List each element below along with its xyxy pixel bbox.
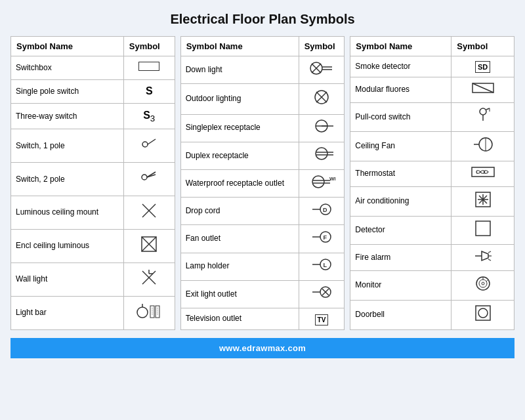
symbol-name: Exit light outlet <box>180 280 299 308</box>
svg-line-78 <box>488 251 491 253</box>
symbol-graphic <box>452 132 514 161</box>
svg-rect-70 <box>472 167 494 177</box>
table-row: Television outlet TV <box>180 308 345 329</box>
table-electrical-1: Symbol Name Symbol Switchbox Single pole… <box>10 36 175 330</box>
svg-point-37 <box>316 148 327 159</box>
svg-line-62 <box>472 83 494 93</box>
table-row: Fire alarm <box>350 244 514 271</box>
symbol-graphic: S <box>123 80 175 104</box>
col-header-name-1: Symbol Name <box>11 37 124 56</box>
symbol-name: Light bar <box>11 296 124 329</box>
table-row: Switchbox <box>11 56 175 80</box>
symbol-graphic: SD <box>452 56 514 77</box>
table-row: Smoke detector SD <box>350 56 514 77</box>
table-row: Encl ceiling luminous <box>11 230 175 263</box>
col-header-symbol-2: Symbol <box>299 37 345 56</box>
symbol-name: Three-way switch <box>11 104 124 129</box>
symbol-name: Ceiling Fan <box>350 132 452 161</box>
svg-rect-76 <box>476 221 490 236</box>
symbol-graphic: WP <box>299 169 345 197</box>
symbol-name: Duplex receptacle <box>180 142 299 169</box>
symbol-graphic <box>299 56 345 84</box>
table-row: Monitor <box>350 271 514 301</box>
symbol-graphic <box>452 77 514 102</box>
svg-point-82 <box>479 280 487 287</box>
symbol-name: Fan outlet <box>180 225 299 253</box>
svg-line-85 <box>486 280 488 282</box>
symbol-name: Drop cord <box>180 198 299 225</box>
symbol-name: Monitor <box>350 271 452 301</box>
table-row: Outdoor lighting <box>180 84 345 114</box>
symbol-name: Single pole switch <box>11 80 124 104</box>
symbol-name: Doorbell <box>350 301 452 330</box>
symbol-graphic <box>299 114 345 142</box>
symbol-name: Air conditioning <box>350 186 452 216</box>
symbol-name: Outdoor lighting <box>180 84 299 114</box>
symbol-name: Wall light <box>11 263 124 297</box>
table-row: Fan outlet F <box>180 225 345 253</box>
table-row: Thermostat <box>350 161 514 187</box>
table-row: Light bar <box>11 296 175 329</box>
page-title: Electrical Floor Plan Symbols <box>170 12 354 27</box>
symbol-graphic: TV <box>299 308 345 329</box>
col-header-symbol-3: Symbol <box>452 37 514 56</box>
symbol-name: Fire alarm <box>350 244 452 271</box>
symbol-name: Switch, 1 pole <box>11 129 124 163</box>
symbol-graphic: D <box>299 198 345 225</box>
symbol-graphic <box>452 271 514 301</box>
table-row: Doorbell <box>350 301 514 330</box>
symbol-graphic <box>452 161 514 187</box>
symbol-name: Luminous ceiling mount <box>11 196 124 230</box>
tables-container: Symbol Name Symbol Switchbox Single pole… <box>10 36 514 330</box>
symbol-graphic <box>123 56 175 80</box>
symbol-name: Detector <box>350 216 452 244</box>
symbol-graphic <box>452 186 514 216</box>
svg-point-42 <box>312 176 324 188</box>
svg-text:L: L <box>324 262 327 268</box>
svg-line-65 <box>486 108 490 110</box>
svg-point-63 <box>480 108 486 115</box>
table-electrical-3: Symbol Name Symbol Smoke detector SD Mod… <box>350 36 514 330</box>
table-row: Three-way switch S3 <box>11 104 175 129</box>
symbol-graphic <box>123 296 175 329</box>
table-row: Drop cord D <box>180 198 345 225</box>
table-row: Lamp holder L <box>180 253 345 280</box>
symbol-graphic <box>452 216 514 244</box>
symbol-graphic: S3 <box>123 104 175 129</box>
symbol-graphic <box>299 142 345 169</box>
symbol-graphic <box>123 230 175 263</box>
symbol-graphic <box>452 301 514 330</box>
symbol-graphic <box>452 244 514 271</box>
symbol-name: Switch, 2 pole <box>11 163 124 196</box>
table-row: Modular fluores <box>350 77 514 102</box>
symbol-name: Lamp holder <box>180 253 299 280</box>
symbol-name: Modular fluores <box>350 77 452 102</box>
col-header-symbol-1: Symbol <box>123 37 175 56</box>
symbol-name: Pull-cord switch <box>350 102 452 132</box>
symbol-name: Encl ceiling luminous <box>11 230 124 263</box>
symbol-name: Switchbox <box>11 56 124 80</box>
symbol-graphic <box>299 280 345 308</box>
table-row: Switch, 1 pole <box>11 129 175 163</box>
svg-line-80 <box>488 259 491 261</box>
table-row: Duplex receptacle <box>180 142 345 169</box>
table-row: Wall light <box>11 263 175 297</box>
symbol-graphic <box>123 196 175 230</box>
symbol-graphic <box>452 102 514 132</box>
svg-point-87 <box>478 308 488 318</box>
table-row: Detector <box>350 216 514 244</box>
table-row: Switch, 2 pole <box>11 163 175 196</box>
symbol-graphic: L <box>299 253 345 280</box>
svg-line-1 <box>148 139 156 144</box>
col-header-name-2: Symbol Name <box>180 37 299 56</box>
table-row: Pull-cord switch <box>350 102 514 132</box>
svg-text:F: F <box>324 234 327 241</box>
table-row: Waterproof receptacle outlet WP <box>180 169 345 197</box>
col-header-name-3: Symbol Name <box>350 37 452 56</box>
footer-bar: www.edrawmax.com <box>10 338 514 358</box>
svg-text:D: D <box>323 207 327 213</box>
svg-point-83 <box>482 282 484 285</box>
table-row: Singleplex receptacle <box>180 114 345 142</box>
symbol-name: Down light <box>180 56 299 84</box>
symbol-graphic: F <box>299 225 345 253</box>
